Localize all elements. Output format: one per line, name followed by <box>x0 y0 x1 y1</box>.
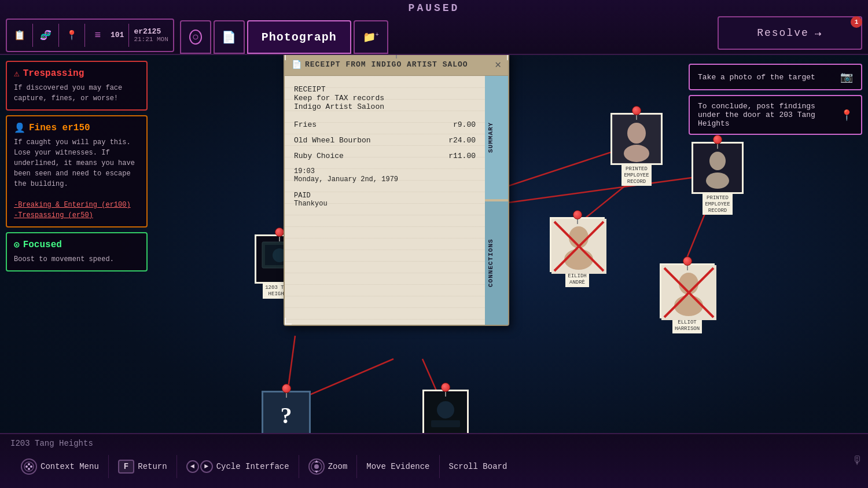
score-value: 101 <box>111 31 124 39</box>
fines-text: If caught you will pay this. Lose your w… <box>14 137 139 221</box>
zoom-label: Zoom <box>328 462 348 471</box>
zoom-button[interactable]: Zoom <box>299 458 357 475</box>
resolve-button[interactable]: Resolve ⇢ <box>718 16 862 50</box>
return-button[interactable]: F Return <box>109 460 176 474</box>
right-hints: Take a photo of the target 📷 To conclude… <box>689 64 862 140</box>
tab-summary-button[interactable]: SUMMARY <box>485 76 508 199</box>
elliot-label: ELLIOTHARRISON <box>672 318 702 333</box>
folder-icon: 📁+ <box>363 31 379 43</box>
scroll-board-button[interactable]: Scroll Board <box>440 462 517 471</box>
svg-point-35 <box>25 465 28 468</box>
arrow-right-icon: ⇢ <box>815 26 823 41</box>
left-panel: ⚠ Trespassing If discovered you may face… <box>6 61 148 276</box>
svg-point-20 <box>706 173 729 189</box>
warning-icon: ⚠ <box>14 68 20 79</box>
trespassing-text: If discovered you may face capture, fine… <box>14 83 139 104</box>
photograph-label: Photograph <box>262 31 337 44</box>
svg-point-40 <box>314 464 319 469</box>
svg-point-19 <box>709 152 726 170</box>
missions-icon: 📋 <box>12 27 28 43</box>
svg-point-36 <box>30 465 32 468</box>
question-mark-icon: ? <box>281 402 292 429</box>
elliot-harrison-card[interactable]: ELLIOTHARRISON <box>660 263 715 333</box>
context-menu-label: Context Menu <box>41 462 99 471</box>
employee-record-1-label: PRINTEDEMPLOYEERECORD <box>621 165 651 186</box>
location-label: I203 Tang Heights <box>10 439 93 448</box>
receipt-paid: PAID <box>294 192 476 200</box>
focus-icon: ⊙ <box>14 239 20 251</box>
person-icon: 👤 <box>14 122 25 134</box>
tab-photograph[interactable]: Photograph <box>247 20 351 54</box>
currency-block: er2125 21:21 MON <box>134 27 168 43</box>
dna-icon: 🧬 <box>38 27 54 43</box>
drag-corner-bl <box>285 318 292 325</box>
svg-point-23 <box>564 249 593 270</box>
move-evidence-button[interactable]: Move Evidence <box>357 462 439 471</box>
receipt-item-fries: Fries r9.00 <box>294 120 476 129</box>
elliot-pin <box>682 256 693 268</box>
employee-record-1-photo <box>610 113 663 165</box>
focused-title: ⊙ Focused <box>14 239 139 251</box>
receipt-item-ruby: Ruby Choice r11.00 <box>294 152 476 160</box>
employee-record-2-label: PRINTEDEMPLOYEERECORD <box>703 194 732 215</box>
receipt-footer: 19:03 Monday, January 2nd, 1979 PAID Tha… <box>294 167 476 208</box>
sync-sons-pin <box>440 383 451 394</box>
item-price-ruby: r11.00 <box>448 152 476 160</box>
cycle-left-icon: ◄ <box>186 460 199 473</box>
receipt-date: Monday, January 2nd, 1979 <box>294 175 476 184</box>
doc-icon: 📄 <box>292 60 301 69</box>
move-evidence-label: Move Evidence <box>366 462 429 471</box>
eilidh-andre-card[interactable]: EILIDHANDRÈ <box>550 217 605 287</box>
receipt-item-bourbon: Old Wheel Bourbon r24.00 <box>294 136 476 145</box>
receipt-document[interactable]: 📄 Receipt From Indigo Artist Saloo ✕ REC… <box>284 52 509 326</box>
svg-rect-33 <box>431 420 460 427</box>
trespassing-title: ⚠ Trespassing <box>14 68 139 79</box>
f-key: F <box>118 460 134 474</box>
score-stat: ≡ <box>90 27 106 43</box>
score-icon: ≡ <box>90 27 106 43</box>
scroll-board-label: Scroll Board <box>449 462 507 471</box>
tab-circle[interactable]: ○ <box>180 20 211 54</box>
tab-connections-button[interactable]: CONNECTIONS <box>485 201 508 325</box>
camera-icon: 📷 <box>840 71 853 83</box>
document-icon: 📄 <box>222 30 236 45</box>
svg-point-38 <box>28 468 30 470</box>
tab-folder[interactable]: 📁+ <box>354 20 388 54</box>
time-value: 21:21 MON <box>134 36 168 43</box>
receipt-close-button[interactable]: ✕ <box>495 58 501 71</box>
item-name-bourbon: Old Wheel Bourbon <box>294 136 371 145</box>
cycle-interface-button[interactable]: ◄ ► Cycle Interface <box>177 460 299 473</box>
paused-label: PAUSED <box>0 0 868 16</box>
employee-record-2-card[interactable]: PRINTEDEMPLOYEERECORD <box>692 142 744 215</box>
penalty-2: -Trespassing (er50) <box>14 211 93 219</box>
elliot-photo <box>660 263 715 318</box>
receipt-thankyou: Thankyou <box>294 200 476 208</box>
zoom-stick-icon <box>308 458 325 475</box>
return-label: Return <box>138 462 167 471</box>
focused-card: ⊙ Focused Boost to movement speed. <box>6 232 148 271</box>
location-icon: 📍 <box>64 27 80 43</box>
stats-divider-1 <box>32 24 33 47</box>
post-findings-hint: To conclude, post findings under the doo… <box>689 95 862 135</box>
item-price-bourbon: r24.00 <box>448 136 476 145</box>
receipt-header-text: RECEIPT Keep for TAX records Indigo Arti… <box>294 85 476 111</box>
cycle-right-icon: ► <box>200 460 213 473</box>
receipt-body: RECEIPT Keep for TAX records Indigo Arti… <box>285 76 508 325</box>
cycle-interface-label: Cycle Interface <box>216 462 289 471</box>
receipt-time: 19:03 <box>294 167 476 175</box>
unknown-citizen-pin <box>281 384 292 395</box>
penalty-1: -Breaking & Entering (er100) <box>14 201 131 209</box>
employee-record-1-card[interactable]: PRINTEDEMPLOYEERECORD <box>610 113 663 186</box>
microphone-icon: 🎙 <box>852 454 863 468</box>
employee-record-1-pin <box>631 106 642 118</box>
svg-point-32 <box>437 401 454 419</box>
context-menu-button[interactable]: Context Menu <box>12 458 108 475</box>
stats-divider-2 <box>58 24 59 47</box>
post-findings-text: To conclude, post findings under the doo… <box>698 102 836 128</box>
bottom-bar: I203 Tang Heights Context Menu F Return <box>0 433 868 488</box>
notification-badge: 1 <box>851 16 862 28</box>
tab-document[interactable]: 📄 <box>214 20 245 54</box>
take-photo-hint: Take a photo of the target 📷 <box>689 64 862 90</box>
item-name-ruby: Ruby Choice <box>294 152 344 160</box>
circle-icon: ○ <box>189 30 202 45</box>
